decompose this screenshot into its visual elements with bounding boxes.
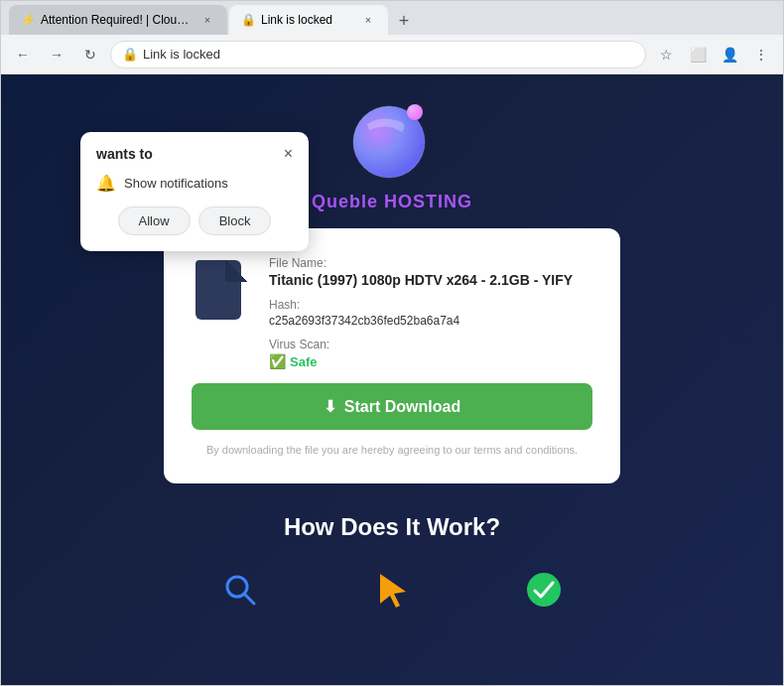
tab1-close[interactable]: × [199,12,215,28]
notification-text: Show notifications [124,176,228,191]
file-name-label: File Name: [269,256,592,270]
svg-marker-7 [380,574,406,608]
download-card: File Name: Titanic (1997) 1080p HDTV x26… [164,228,620,483]
hash-label: Hash: [269,298,592,312]
check-circle-icon: ✅ [269,353,286,369]
allow-button[interactable]: Allow [118,206,191,235]
brand-name: Queble HOSTING [312,192,472,212]
popup-close-button[interactable]: × [284,146,293,162]
refresh-button[interactable]: ↻ [76,41,104,69]
how-icons [164,565,620,615]
logo-image [347,94,437,184]
tabs-bar: ⚡ Attention Required! | Cloudfla... × 🔒 … [1,1,783,35]
profile-button[interactable]: 👤 [716,41,743,69]
popup-header: wants to × [96,146,293,162]
download-arrow-icon: ⬇ [324,397,336,416]
bell-icon: 🔔 [96,174,116,193]
virus-value: ✅ Safe [269,353,592,369]
new-tab-button[interactable]: + [390,7,418,35]
check-step-icon [519,565,569,615]
notification-row: 🔔 Show notifications [96,174,293,193]
nav-actions: ☆ ⬜ 👤 ⋮ [652,41,775,69]
virus-label: Virus Scan: [269,338,592,351]
file-details: File Name: Titanic (1997) 1080p HDTV x26… [269,256,592,369]
menu-button[interactable]: ⋮ [747,41,775,69]
search-step-icon [215,565,265,615]
forward-button[interactable]: → [43,41,70,69]
browser-window: ⚡ Attention Required! | Cloudfla... × 🔒 … [0,0,784,686]
svg-line-6 [244,594,254,604]
tab2-favicon: 🔒 [241,13,255,27]
popup-title: wants to [96,146,153,162]
back-button[interactable]: ← [9,41,37,69]
svg-rect-4 [196,260,225,282]
block-button[interactable]: Block [198,206,272,235]
nav-bar: ← → ↻ 🔒 Link is locked ☆ ⬜ 👤 ⋮ [1,35,783,74]
file-icon [192,256,251,326]
logo-section: Queble HOSTING [312,94,472,212]
how-section: How Does It Work? [164,513,620,615]
address-bar[interactable]: 🔒 Link is locked [110,41,646,69]
tab-link-locked[interactable]: 🔒 Link is locked × [229,5,388,35]
tab1-favicon: ⚡ [21,13,35,27]
how-section-title: How Does It Work? [164,513,620,541]
tab-attention[interactable]: ⚡ Attention Required! | Cloudfla... × [9,5,227,35]
lock-icon: 🔒 [123,48,137,62]
notification-popup: wants to × 🔔 Show notifications Allow Bl… [80,132,309,251]
svg-point-2 [407,104,423,120]
extensions-button[interactable]: ⬜ [684,41,712,69]
card-top: File Name: Titanic (1997) 1080p HDTV x26… [192,256,592,369]
bookmark-button[interactable]: ☆ [652,41,680,69]
terms-text: By downloading the file you are hereby a… [192,444,592,456]
download-btn-label: Start Download [344,398,460,416]
file-name-value: Titanic (1997) 1080p HDTV x264 - 2.1GB -… [269,272,592,288]
svg-point-8 [527,573,561,607]
hash-value: c25a2693f37342cb36fed52ba6a7a4 [269,314,592,328]
virus-status-text: Safe [290,354,317,369]
page-content: FileMix [1,74,783,685]
cursor-step-icon [367,565,417,615]
tab2-title: Link is locked [261,13,354,27]
start-download-button[interactable]: ⬇ Start Download [192,383,592,430]
tab2-close[interactable]: × [360,12,376,28]
popup-buttons: Allow Block [96,206,293,235]
address-text: Link is locked [143,47,633,62]
tab1-title: Attention Required! | Cloudfla... [41,13,194,27]
